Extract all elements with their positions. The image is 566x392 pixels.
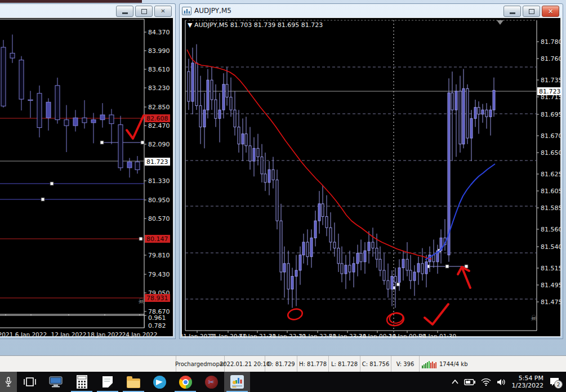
svg-text:81.540: 81.540 bbox=[541, 243, 561, 251]
microphone-icon bbox=[5, 377, 12, 387]
tray-chevron-icon[interactable] bbox=[452, 380, 458, 384]
wifi-icon[interactable] bbox=[481, 378, 491, 386]
right-chart-client: 81.78081.76081.73581.71581.69581.67081.6… bbox=[181, 17, 561, 337]
svg-text:81.625: 81.625 bbox=[541, 171, 561, 178]
restore-icon[interactable] bbox=[135, 6, 153, 17]
svg-text:18 Jan 2022: 18 Jan 2022 bbox=[87, 331, 123, 338]
svg-text:81.605: 81.605 bbox=[541, 188, 561, 195]
status-bar: Prochargedmopar 2022.01.21 20:10 O: 81.7… bbox=[0, 355, 566, 372]
tray-time: 5:54 PM bbox=[512, 375, 543, 382]
close-icon[interactable]: ✕ bbox=[154, 6, 172, 17]
svg-text:82.090: 82.090 bbox=[148, 141, 170, 148]
svg-text:79.430: 79.430 bbox=[148, 271, 170, 278]
svg-text:☠: ☠ bbox=[138, 297, 145, 305]
chrome-icon bbox=[179, 376, 192, 389]
status-bar-datetime: 2022.01.21 20:10 bbox=[225, 356, 265, 372]
taskbar-notepad-button[interactable] bbox=[95, 372, 121, 392]
tray-date: 1/23/2022 bbox=[512, 382, 543, 389]
svg-text:81.585: 81.585 bbox=[541, 204, 561, 212]
chart-window-icon bbox=[182, 7, 191, 15]
svg-text:2021: 2021 bbox=[0, 331, 13, 338]
chart-window-audjpy-m5[interactable]: AUDJPY,M5 ✕ 81.78081.76081.73581.71581.6… bbox=[179, 3, 563, 339]
taskbar-metatrader-button[interactable] bbox=[224, 372, 250, 392]
notification-center-icon[interactable]: 2 bbox=[549, 377, 560, 387]
svg-text:81.330: 81.330 bbox=[148, 177, 170, 185]
traffic-bars-icon bbox=[422, 360, 436, 368]
svg-text:0.782: 0.782 bbox=[148, 322, 166, 329]
svg-text:81.515: 81.515 bbox=[541, 265, 561, 272]
window-title: AUDJPY,M5 bbox=[194, 7, 231, 15]
taskbar-calculator-button[interactable] bbox=[69, 372, 95, 392]
svg-text:80.147: 80.147 bbox=[146, 235, 168, 243]
taskbar-task-view-button[interactable] bbox=[17, 372, 43, 392]
svg-text:0.961: 0.961 bbox=[148, 314, 166, 322]
status-close: C: 81.756 bbox=[360, 356, 391, 372]
svg-text:81.670: 81.670 bbox=[541, 132, 561, 140]
notification-badge: 2 bbox=[554, 380, 563, 389]
svg-text:78.931: 78.931 bbox=[146, 295, 168, 302]
minimize-icon[interactable] bbox=[116, 6, 133, 17]
svg-text:81.695: 81.695 bbox=[541, 111, 561, 118]
background-window-edge bbox=[0, 0, 142, 3]
computer-icon bbox=[49, 376, 63, 387]
svg-text:82.470: 82.470 bbox=[148, 122, 170, 130]
chart-window-left[interactable]: ✕ 84.37083.99083.61083.23082.85082.47082… bbox=[0, 3, 176, 339]
left-window-titlebar[interactable]: ✕ bbox=[0, 4, 175, 17]
taskbar: ✂ bbox=[0, 372, 566, 392]
status-traffic: 1744/4 kb bbox=[420, 356, 470, 372]
taskbar-telegram-button[interactable] bbox=[146, 372, 172, 392]
system-tray: 5:54 PM 1/23/2022 2 bbox=[452, 372, 566, 392]
audjpy-m5-chart-canvas[interactable]: 81.78081.76081.73581.71581.69581.67081.6… bbox=[182, 18, 561, 338]
taskbar-computer-button[interactable] bbox=[43, 372, 69, 392]
calculator-icon bbox=[77, 375, 87, 389]
svg-text:80.950: 80.950 bbox=[148, 197, 170, 204]
taskbar-microphone-button[interactable] bbox=[0, 372, 17, 392]
status-account: Prochargedmopar bbox=[176, 356, 225, 372]
svg-text:83.230: 83.230 bbox=[148, 84, 170, 92]
taskbar-chrome-button[interactable] bbox=[172, 372, 198, 392]
svg-text:83.990: 83.990 bbox=[148, 47, 170, 55]
status-volume: V: 396 bbox=[391, 356, 420, 372]
status-low: L: 81.728 bbox=[329, 356, 360, 372]
svg-text:▼ AUDJPY,M5 81.703 81.739 81.: ▼ AUDJPY,M5 81.703 81.739 81.695 81.723 bbox=[188, 21, 323, 29]
taskbar-media-app-button[interactable]: ✂ bbox=[198, 372, 224, 392]
notepad-icon bbox=[102, 376, 113, 388]
left-chart-client: 84.37083.99083.61083.23082.85082.47082.0… bbox=[0, 17, 173, 337]
status-blank bbox=[0, 356, 176, 372]
file-explorer-icon bbox=[127, 378, 140, 388]
minimize-icon[interactable] bbox=[503, 6, 521, 17]
status-open: O: 81.729 bbox=[265, 356, 297, 372]
svg-text:79.810: 79.810 bbox=[148, 252, 170, 259]
metatrader-icon bbox=[230, 375, 244, 389]
svg-text:6 Jan 2022: 6 Jan 2022 bbox=[15, 331, 47, 338]
left-chart-canvas[interactable]: 84.37083.99083.61083.23082.85082.47082.0… bbox=[0, 18, 174, 338]
taskbar-file-explorer-button[interactable] bbox=[121, 372, 146, 392]
task-view-icon bbox=[24, 377, 36, 387]
svg-text:81.780: 81.780 bbox=[541, 38, 561, 46]
status-high: H: 81.778 bbox=[297, 356, 329, 372]
svg-text:82.608: 82.608 bbox=[146, 115, 168, 122]
svg-text:81.723: 81.723 bbox=[539, 88, 561, 95]
svg-text:☠: ☠ bbox=[531, 314, 537, 322]
traffic-label: 1744/4 kb bbox=[439, 361, 468, 367]
svg-text:81.495: 81.495 bbox=[541, 282, 561, 289]
svg-text:84.370: 84.370 bbox=[148, 29, 170, 36]
svg-text:81.723: 81.723 bbox=[146, 158, 168, 166]
svg-text:81.560: 81.560 bbox=[541, 226, 561, 233]
restore-icon[interactable] bbox=[523, 6, 540, 17]
svg-text:12 Jan 2022: 12 Jan 2022 bbox=[51, 331, 87, 338]
svg-text:82.850: 82.850 bbox=[148, 104, 170, 111]
taskbar-clock[interactable]: 5:54 PM 1/23/2022 bbox=[512, 375, 543, 389]
svg-text:81.735: 81.735 bbox=[541, 77, 561, 84]
svg-text:83.610: 83.610 bbox=[148, 66, 170, 73]
desktop: ✕ 84.37083.99083.61083.23082.85082.47082… bbox=[0, 0, 566, 392]
svg-text:80.570: 80.570 bbox=[148, 215, 170, 222]
right-window-titlebar[interactable]: AUDJPY,M5 ✕ bbox=[180, 4, 563, 17]
svg-text:24 Jan 01:30: 24 Jan 01:30 bbox=[419, 333, 456, 338]
speaker-icon[interactable] bbox=[497, 378, 506, 386]
battery-icon[interactable] bbox=[464, 379, 475, 385]
telegram-icon bbox=[153, 376, 166, 389]
svg-text:81.475: 81.475 bbox=[541, 299, 561, 306]
svg-text:81.650: 81.650 bbox=[541, 149, 561, 157]
close-icon[interactable]: ✕ bbox=[542, 6, 559, 17]
